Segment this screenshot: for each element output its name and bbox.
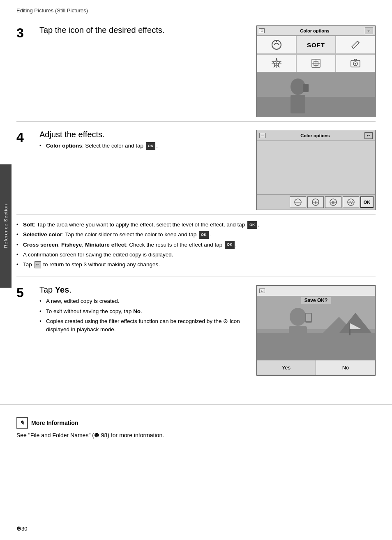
step4-screen-title: Color options xyxy=(266,133,364,138)
bullet-selective-color-bold: Selective color xyxy=(23,231,62,238)
step4-color-btn-1[interactable]: Ⅰ xyxy=(290,196,306,208)
step4-color-options-bold: Color options xyxy=(46,143,82,149)
more-info-title: More Information xyxy=(31,420,78,426)
step5-no-bold: No xyxy=(133,308,141,314)
step5-save-svg xyxy=(257,296,375,360)
back-badge: ↩ xyxy=(35,261,41,269)
step5-bullet-3: Copies created using the filter effects … xyxy=(39,317,248,334)
step4-color-area xyxy=(257,141,375,194)
step5-screen: □ Save OK? xyxy=(256,285,376,376)
svg-rect-14 xyxy=(257,97,375,117)
more-info-text: See "File and Folder Names" (❿ 98) for m… xyxy=(16,432,376,438)
ok-badge-cross: OK xyxy=(225,241,235,249)
step5-title-bold: Yes xyxy=(55,285,69,294)
step3-icon-grid[interactable] xyxy=(296,54,336,72)
bullet-miniature-bold: Miniature effect xyxy=(85,242,126,248)
sidebar: Reference Section xyxy=(0,164,12,288)
bullet-fisheye-bold: Fisheye xyxy=(61,242,82,248)
page-footer: ❿30 xyxy=(16,526,27,532)
step3-icon-rotate[interactable] xyxy=(257,36,296,54)
step4-screen-body xyxy=(257,141,375,194)
step4-screen: — Color options ↩ xyxy=(256,130,376,210)
step3-text: Tap the icon of the desired effects. xyxy=(39,25,248,37)
step3-icon-camera-face[interactable] xyxy=(336,54,375,72)
main-content: 3 Tap the icon of the desired effects. □… xyxy=(0,17,392,396)
step3-screen: □ Color options ↩ xyxy=(256,25,376,117)
step4-screen-footer: Ⅰ Ⅱ xyxy=(257,194,375,209)
step3-screen-title: Color options xyxy=(266,28,363,33)
step3-screen-indicator: □ xyxy=(259,28,265,33)
step3-back-btn[interactable]: ↩ xyxy=(365,28,373,34)
step4-color-btn-4[interactable]: Ⅳ xyxy=(343,196,359,208)
step5-title-plain: Tap xyxy=(39,285,55,294)
step5-block: 5 Tap Yes. A new, edited copy is created… xyxy=(16,277,376,380)
ok-badge-1: OK xyxy=(146,142,156,150)
step3-icons-row2 xyxy=(257,54,375,72)
step5-bullets: A new, edited copy is created. To exit w… xyxy=(39,297,248,334)
ok-badge-selective: OK xyxy=(199,231,209,239)
bullet-confirmation: A confirmation screen for saving the edi… xyxy=(16,251,376,259)
svg-text:Ⅰ: Ⅰ xyxy=(297,201,299,205)
step5-yes-btn[interactable]: Yes xyxy=(257,360,316,375)
step3-icon-star[interactable] xyxy=(257,54,296,72)
more-info-icon: ✎ xyxy=(16,417,28,429)
step4-ok-btn[interactable]: OK xyxy=(360,196,374,208)
bullet-soft: Soft: Tap the area where you want to app… xyxy=(16,221,376,229)
step5-save-label: Save OK? xyxy=(301,297,331,304)
svg-rect-36 xyxy=(306,314,311,321)
svg-point-33 xyxy=(290,308,306,326)
svg-text:Ⅲ: Ⅲ xyxy=(332,201,334,205)
step4-bullet-color-options: Color options: Select the color and tap … xyxy=(39,142,248,150)
step5-bullet-1: A new, edited copy is created. xyxy=(39,297,248,305)
step5-screen-box: □ Save OK? xyxy=(256,285,376,376)
step4-text: Adjust the effects. Color options: Selec… xyxy=(39,130,248,152)
bullet-cross-screen-bold: Cross screen xyxy=(23,242,58,248)
svg-rect-13 xyxy=(257,72,375,97)
step3-inner: 3 Tap the icon of the desired effects. □… xyxy=(16,25,376,117)
svg-text:Ⅱ: Ⅱ xyxy=(315,201,316,205)
step5-no-btn[interactable]: No xyxy=(316,360,375,375)
sidebar-label: Reference Section xyxy=(3,204,8,248)
bullet-selective-color: Selective color: Tap the color slider to… xyxy=(16,231,376,239)
breadcrumb: Editing Pictures (Still Pictures) xyxy=(0,0,392,17)
more-info-header: ✎ More Information xyxy=(16,417,376,429)
step4-back-btn[interactable]: ↩ xyxy=(364,132,373,139)
ok-badge-soft: OK xyxy=(247,221,257,229)
svg-point-11 xyxy=(355,63,356,65)
svg-text:Ⅳ: Ⅳ xyxy=(349,201,353,205)
bullets-section: Soft: Tap the area where you want to app… xyxy=(16,215,376,277)
step3-title: Tap the icon of the desired effects. xyxy=(39,25,248,35)
svg-rect-17 xyxy=(303,84,309,92)
step5-screen-header: □ xyxy=(257,286,375,296)
step3-block: 3 Tap the icon of the desired effects. □… xyxy=(16,17,376,122)
step5-bullet-2: To exit without saving the copy, tap No. xyxy=(39,307,248,316)
step3-icon-soft[interactable]: SOFT xyxy=(296,36,336,54)
bullet-return: Tap ↩ to return to step 3 without making… xyxy=(16,261,376,269)
svg-rect-16 xyxy=(291,95,305,113)
step5-title: Tap Yes. xyxy=(39,285,248,295)
step3-person-svg xyxy=(257,72,375,117)
step3-icons-row1: SOFT xyxy=(257,36,375,54)
svg-rect-30 xyxy=(257,333,375,360)
step4-color-btn-2[interactable]: Ⅱ xyxy=(307,196,324,208)
bullet-cross-screen: Cross screen, Fisheye, Miniature effect:… xyxy=(16,241,376,249)
bullet-soft-bold: Soft xyxy=(23,222,34,228)
step5-number: 5 xyxy=(16,286,31,299)
step4-screen-header: — Color options ↩ xyxy=(257,130,375,141)
step4-screen-indicator: — xyxy=(259,133,266,138)
step3-preview-area xyxy=(257,72,375,117)
step4-color-btn-3[interactable]: Ⅲ xyxy=(325,196,341,208)
step3-screen-header: □ Color options ↩ xyxy=(257,26,375,36)
step5-title-after: . xyxy=(69,285,71,294)
step5-save-footer: Yes No xyxy=(257,360,375,375)
step3-screen-box: □ Color options ↩ xyxy=(256,25,376,117)
more-info-section: ✎ More Information See "File and Folder … xyxy=(0,404,392,443)
bullets-list: Soft: Tap the area where you want to app… xyxy=(16,221,376,269)
page-container: Reference Section Editing Pictures (Stil… xyxy=(0,0,392,540)
step3-number: 3 xyxy=(16,26,31,39)
step4-number: 4 xyxy=(16,131,31,144)
step5-indicator: □ xyxy=(259,288,265,293)
step4-block: 4 Adjust the effects. Color options: Sel… xyxy=(16,122,376,215)
step4-screen-box: — Color options ↩ xyxy=(256,130,376,210)
step3-icon-pencil[interactable] xyxy=(336,36,375,54)
